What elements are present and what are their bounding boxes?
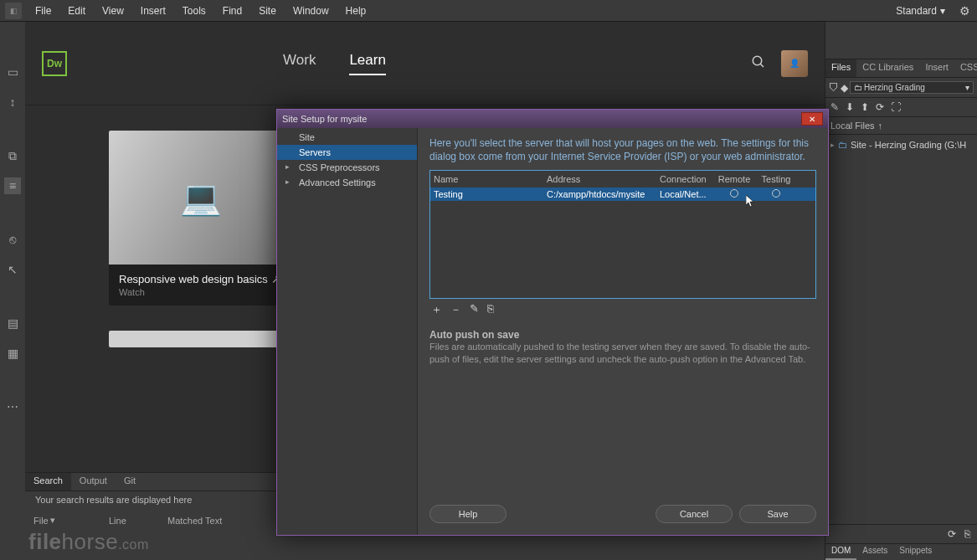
learn-card-subtitle: Watch (119, 287, 283, 297)
chevron-right-icon: ▸ (285, 177, 290, 186)
user-avatar[interactable]: 👤 (781, 50, 808, 77)
link-icon[interactable]: ⎘ (964, 528, 970, 540)
settings-gear-icon[interactable]: ⚙ (957, 3, 972, 18)
panel-tab-snippets[interactable]: Snippets (893, 544, 938, 560)
tool-dom-icon[interactable]: ⧉ (4, 147, 21, 164)
close-icon: ✕ (809, 115, 815, 124)
watermark: filehorse.com (28, 529, 149, 555)
left-toolbar: ▭ ↕ ⧉ ≡ ⎋ ↖ ▤ ▦ ⋯ (0, 22, 25, 560)
cancel-button[interactable]: Cancel (656, 505, 733, 523)
edit-server-button[interactable]: ✎ (470, 302, 479, 317)
panel-tab-css[interactable]: CSS Des (954, 59, 977, 77)
save-button[interactable]: Save (739, 505, 816, 523)
chevron-right-icon: ▸ (830, 141, 835, 149)
dreamweaver-logo-icon: Dw (42, 51, 67, 76)
sidebar-item-css-preprocessors[interactable]: ▸CSS Preprocessors (277, 160, 417, 175)
dialog-title: Site Setup for mysite (282, 114, 368, 124)
workspace-label: Standard (896, 5, 937, 17)
duplicate-server-button[interactable]: ⎘ (487, 302, 494, 317)
learn-card-thumbnail: 💻 (109, 131, 293, 265)
col-line[interactable]: Line (100, 515, 159, 526)
panel-tab-assets[interactable]: Assets (856, 544, 893, 560)
chevron-down-icon: ▾ (50, 515, 55, 526)
menu-tools[interactable]: Tools (174, 0, 214, 21)
col-name: Name (430, 172, 543, 186)
upload-icon[interactable]: ⬆ (861, 101, 869, 113)
sort-up-icon: ↑ (878, 121, 883, 131)
menu-site[interactable]: Site (250, 0, 285, 21)
site-selector[interactable]: 🗀 Herzing Grading ▾ (850, 81, 974, 94)
dialog-sidebar: Site Servers ▸CSS Preprocessors ▸Advance… (277, 128, 418, 535)
folder-icon: 🗀 (854, 83, 862, 92)
sidebar-item-site[interactable]: Site (277, 130, 417, 145)
learn-card-title: Responsive web design basics ↗ (119, 273, 283, 285)
diamond-icon[interactable]: ◆ (841, 82, 848, 94)
sidebar-item-advanced-settings[interactable]: ▸Advanced Settings (277, 175, 417, 190)
tool-list-icon[interactable]: ≡ (4, 177, 21, 194)
chevron-right-icon: ▸ (285, 162, 290, 171)
menu-insert[interactable]: Insert (132, 0, 174, 21)
server-tools: ＋ － ✎ ⎘ (429, 299, 816, 321)
menu-file[interactable]: File (27, 0, 59, 21)
tool-more-icon[interactable]: ⋯ (4, 398, 21, 415)
bottom-tab-search[interactable]: Search (25, 473, 71, 491)
tool-arrows-icon[interactable]: ↕ (4, 94, 21, 110)
svg-line-1 (760, 64, 764, 67)
learn-card-2[interactable] (109, 331, 293, 347)
tool-comment-icon[interactable]: ▤ (4, 315, 21, 331)
app-icon: ◧ (5, 3, 22, 19)
panel-tab-cc-libraries[interactable]: CC Libraries (856, 59, 919, 77)
tool-pointer-icon[interactable]: ↖ (4, 261, 21, 278)
wand-icon[interactable]: ✎ (830, 101, 839, 113)
col-address: Address (543, 172, 656, 186)
help-button[interactable]: Help (429, 505, 506, 523)
menu-edit[interactable]: Edit (59, 0, 94, 21)
servers-table-header: Name Address Connection Remote Testing (430, 171, 815, 188)
add-server-button[interactable]: ＋ (431, 302, 442, 317)
chevron-down-icon: ▾ (965, 83, 969, 92)
remote-radio[interactable] (730, 189, 738, 198)
menu-view[interactable]: View (94, 0, 132, 21)
tab-work[interactable]: Work (283, 52, 316, 75)
workspace-selector[interactable]: Standard ▾ (889, 3, 952, 18)
refresh-icon[interactable]: ⟳ (876, 101, 884, 113)
col-remote: Remote (713, 172, 755, 186)
sidebar-item-servers[interactable]: Servers (277, 145, 417, 160)
refresh-icon[interactable]: ⟳ (948, 528, 956, 540)
tool-document-icon[interactable]: ▭ (4, 64, 21, 80)
tool-panel-icon[interactable]: ▦ (4, 345, 21, 362)
col-matched[interactable]: Matched Text (159, 515, 230, 526)
learn-card[interactable]: 💻 Responsive web design basics ↗ Watch (109, 131, 293, 306)
remove-server-button[interactable]: － (450, 302, 461, 317)
testing-radio[interactable] (772, 189, 780, 198)
server-address: C:/xampp/htdocs/mysite (543, 188, 656, 201)
servers-table: Name Address Connection Remote Testing T… (429, 170, 816, 299)
panel-tab-insert[interactable]: Insert (919, 59, 954, 77)
bottom-tab-output[interactable]: Output (71, 473, 116, 491)
dialog-close-button[interactable]: ✕ (801, 112, 823, 126)
shield-icon[interactable]: ⛉ (829, 82, 839, 94)
chevron-down-icon: ▾ (940, 5, 945, 17)
menu-help[interactable]: Help (337, 0, 375, 21)
dialog-titlebar[interactable]: Site Setup for mysite ✕ (277, 110, 828, 128)
col-file[interactable]: File▾ (25, 515, 100, 526)
file-tree: ▸ 🗀 Site - Herzing Grading (G:\H (825, 135, 977, 524)
server-row[interactable]: Testing C:/xampp/htdocs/mysite Local/Net… (430, 188, 815, 201)
local-files-header[interactable]: Local Files ↑ (825, 117, 977, 135)
autopush-title: Auto push on save (429, 329, 816, 341)
tab-learn[interactable]: Learn (349, 52, 385, 75)
panel-tab-dom[interactable]: DOM (825, 544, 856, 560)
center-header: Dw Work Learn 👤 (25, 22, 825, 105)
bottom-tab-git[interactable]: Git (116, 473, 144, 491)
tool-link-icon[interactable]: ⎋ (4, 231, 21, 248)
panel-tab-files[interactable]: Files (825, 59, 856, 77)
search-icon[interactable] (751, 54, 766, 73)
menu-find[interactable]: Find (214, 0, 250, 21)
expand-icon[interactable]: ⛶ (891, 101, 901, 113)
menubar: ◧ File Edit View Insert Tools Find Site … (0, 0, 977, 22)
server-connection: Local/Net... (656, 188, 713, 201)
download-icon[interactable]: ⬇ (846, 101, 854, 113)
menu-window[interactable]: Window (285, 0, 337, 21)
server-name: Testing (430, 188, 543, 201)
file-tree-root[interactable]: ▸ 🗀 Site - Herzing Grading (G:\H (830, 138, 972, 152)
